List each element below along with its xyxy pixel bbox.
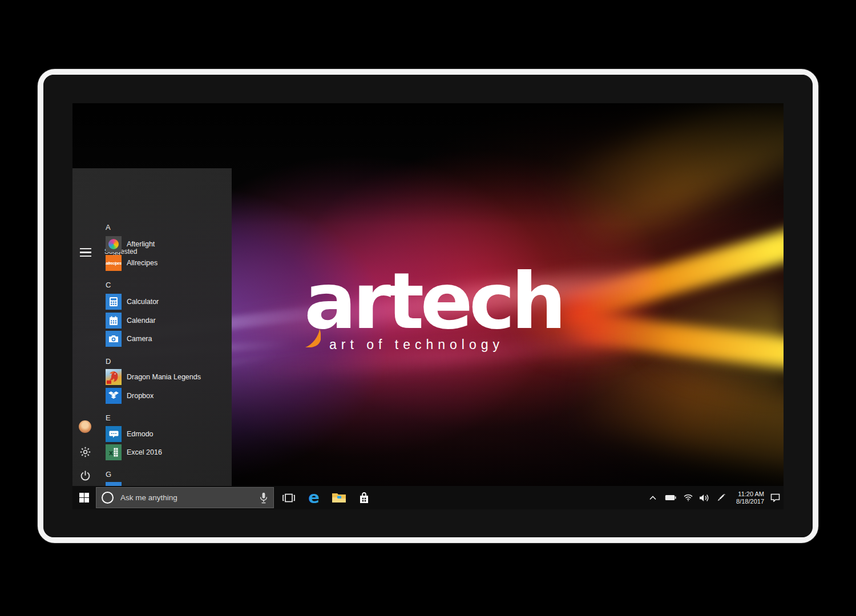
app-partial-tile[interactable]: [106, 482, 127, 486]
edge-button[interactable]: e: [302, 486, 325, 509]
section-letter-g[interactable]: G: [106, 470, 122, 479]
action-center-icon: [770, 493, 780, 502]
action-center-button[interactable]: [766, 486, 784, 509]
tray-wifi-button[interactable]: [680, 486, 696, 509]
store-icon: [358, 492, 370, 504]
app-camera[interactable]: Camera: [106, 331, 152, 347]
app-afterlight[interactable]: Afterlight: [106, 236, 155, 252]
partial-app-icon: [106, 482, 122, 486]
tray-battery-button[interactable]: [662, 486, 679, 509]
app-dropbox[interactable]: Dropbox: [106, 388, 154, 404]
pen-icon: [716, 493, 725, 502]
calculator-icon: [106, 294, 122, 310]
chevron-up-icon: [649, 496, 656, 500]
store-button[interactable]: [353, 486, 375, 509]
tray-volume-button[interactable]: [696, 486, 713, 509]
edmodo-icon: [106, 426, 122, 442]
user-avatar[interactable]: [78, 420, 92, 433]
power-icon[interactable]: [78, 469, 92, 483]
task-view-icon: [282, 493, 295, 502]
excel-icon: x: [106, 444, 122, 460]
brand-leaf-icon: [305, 329, 321, 347]
search-box[interactable]: [96, 487, 274, 508]
app-allrecipes[interactable]: allrecipes Allrecipes: [106, 255, 158, 271]
file-explorer-icon: [332, 492, 346, 504]
file-explorer-button[interactable]: [328, 486, 350, 509]
tray-pen-button[interactable]: [713, 486, 729, 509]
section-letter-e[interactable]: E: [106, 414, 122, 422]
app-calendar[interactable]: Calendar: [106, 313, 156, 329]
windows-start-icon: [79, 493, 89, 502]
screen-bezel: artech art of technology Suggested A Aft…: [43, 75, 813, 537]
section-letter-a[interactable]: A: [106, 223, 122, 232]
dragon-mania-legends-icon: [106, 369, 122, 385]
brand-tagline: art of technology: [329, 337, 504, 352]
hamburger-icon[interactable]: [80, 248, 92, 257]
wifi-icon: [684, 494, 693, 501]
microphone-icon[interactable]: [260, 492, 268, 504]
tablet-device-frame: artech art of technology Suggested A Aft…: [38, 69, 818, 543]
edge-icon: e: [308, 489, 320, 506]
wallpaper-logo: artech art of technology: [301, 246, 569, 360]
calendar-icon: [106, 313, 122, 329]
dropbox-icon: [106, 388, 122, 404]
allrecipes-icon: allrecipes: [106, 255, 122, 271]
search-input[interactable]: [120, 493, 260, 502]
settings-gear-icon[interactable]: [78, 445, 92, 459]
tray-chevron-button[interactable]: [645, 486, 661, 509]
svg-text:x: x: [109, 449, 114, 457]
start-button[interactable]: [72, 486, 96, 509]
screen: artech art of technology Suggested A Aft…: [72, 103, 784, 509]
app-dragon-mania-legends[interactable]: Dragon Mania Legends: [106, 369, 201, 385]
app-calculator[interactable]: Calculator: [106, 294, 159, 310]
app-excel-2016[interactable]: x Excel 2016: [106, 444, 162, 460]
tray-time: 11:20 AM: [738, 491, 764, 498]
volume-icon: [699, 494, 709, 502]
cortana-icon: [102, 492, 114, 504]
section-letter-d[interactable]: D: [106, 357, 122, 366]
afterlight-icon: [106, 236, 122, 252]
section-letter-c[interactable]: C: [106, 281, 122, 289]
task-view-button[interactable]: [277, 486, 300, 509]
tray-date: 8/18/2017: [736, 498, 764, 505]
battery-icon: [665, 495, 676, 501]
tray-clock[interactable]: 11:20 AM 8/18/2017: [730, 486, 764, 509]
brand-wordmark: artech: [304, 262, 563, 340]
app-edmodo[interactable]: Edmodo: [106, 426, 154, 442]
start-menu: Suggested A Afterlight allrecipes Allrec…: [72, 168, 232, 486]
camera-icon: [106, 331, 122, 347]
taskbar: e: [72, 486, 784, 509]
